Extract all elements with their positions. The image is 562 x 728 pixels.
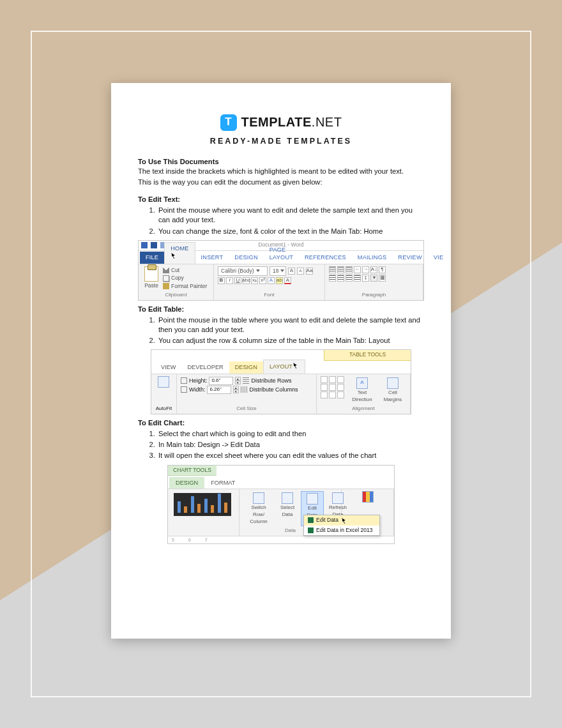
font-color-button[interactable]: A	[284, 277, 291, 284]
cut-button[interactable]: Cut	[163, 267, 207, 274]
text-direction-button[interactable]: A Text Direction	[347, 376, 377, 405]
cell-margins-label: Cell Margins	[382, 390, 404, 404]
menu-item-edit-data[interactable]: Edit Data	[304, 515, 379, 525]
distribute-cols-button[interactable]: Distribute Columns	[249, 386, 298, 393]
width-stepper[interactable]: ▴▾	[233, 386, 239, 393]
superscript-button[interactable]: x²	[259, 277, 266, 284]
switch-row-col-button[interactable]: Switch Row/ Column	[243, 491, 274, 526]
increase-indent-button[interactable]: →	[362, 266, 369, 273]
align-cell-icon[interactable]	[337, 391, 344, 398]
underline-button[interactable]: U	[234, 277, 241, 284]
tab-table-design[interactable]: DESIGN	[229, 361, 263, 373]
align-right-button[interactable]	[346, 275, 353, 282]
tab-file[interactable]: FILE	[140, 252, 164, 263]
text-direction-icon: A	[356, 377, 368, 389]
width-input[interactable]: 6.26"	[207, 386, 231, 394]
tab-table-layout[interactable]: LAYOUT	[263, 360, 305, 373]
bullets-button[interactable]	[329, 266, 336, 273]
borders-button[interactable]: ▦	[379, 275, 386, 282]
list-item: Point the mouse where you want to edit a…	[157, 206, 424, 225]
tab-developer[interactable]: DEVELOPER	[181, 361, 229, 373]
ribbon-tabs: DESIGN FORMAT	[168, 476, 394, 489]
align-center-button[interactable]	[337, 275, 344, 282]
tab-chart-design[interactable]: DESIGN	[169, 477, 204, 489]
tab-mailings[interactable]: MAILINGS	[352, 252, 393, 263]
tab-home[interactable]: HOME	[164, 242, 195, 264]
select-data-button[interactable]: Select Data	[275, 491, 300, 526]
align-cell-icon[interactable]	[329, 391, 336, 398]
distribute-rows-icon	[243, 377, 249, 384]
align-cell-icon[interactable]	[337, 376, 344, 383]
line-spacing-button[interactable]: ‡	[362, 275, 369, 282]
subscript-button[interactable]: x₂	[251, 277, 258, 284]
ribbon-body: AutoFit Height: 0.6" ▴▾ Distribute Rows …	[151, 374, 411, 414]
edit-text-heading: To Edit Text:	[138, 195, 424, 204]
lines-icon	[346, 267, 352, 273]
list-item: You can adjust the row & column size of …	[157, 336, 424, 345]
grow-font-button[interactable]: A	[288, 268, 295, 275]
tab-insert[interactable]: INSERT	[195, 252, 229, 263]
tab-design[interactable]: DESIGN	[229, 252, 263, 263]
text-direction-label: Text Direction	[350, 390, 374, 404]
highlight-button[interactable]: ab	[276, 277, 283, 284]
align-cell-icon[interactable]	[321, 391, 328, 398]
lines-icon	[354, 275, 360, 281]
chart-styles-gallery[interactable]	[168, 489, 239, 536]
tab-view[interactable]: VIE	[428, 252, 449, 263]
text-effects-button[interactable]: A	[268, 277, 275, 284]
tab-chart-format[interactable]: FORMAT	[204, 477, 241, 489]
decrease-indent-button[interactable]: ←	[354, 266, 361, 273]
autofit-button[interactable]: AutoFit	[151, 374, 177, 414]
paste-button[interactable]: Paste	[142, 266, 160, 291]
bold-button[interactable]: B	[218, 277, 225, 284]
menu-item-edit-excel[interactable]: Edit Data in Excel 2013	[304, 526, 379, 535]
align-cell-icon[interactable]	[329, 384, 336, 391]
align-cell-icon[interactable]	[337, 384, 344, 391]
height-input[interactable]: 0.6"	[209, 377, 233, 385]
tab-references[interactable]: REFERENCES	[299, 252, 352, 263]
shading-button[interactable]: ▾	[370, 275, 377, 282]
group-label: Cell Size	[181, 406, 312, 413]
numbering-button[interactable]	[337, 266, 344, 273]
font-name-select[interactable]: Calibri (Body)	[218, 266, 268, 276]
save-icon[interactable]	[151, 242, 157, 248]
word-app-icon[interactable]	[141, 242, 148, 248]
tab-review[interactable]: REVIEW	[392, 252, 427, 263]
tab-view[interactable]: VIEW	[155, 361, 181, 373]
ribbon-body: Switch Row/ Column Select Data Edit Data…	[168, 489, 394, 536]
sort-button[interactable]: A↓	[370, 266, 377, 273]
list-item: You can change the size, font & color of…	[157, 227, 424, 236]
justify-button[interactable]	[354, 275, 361, 282]
italic-button[interactable]: I	[226, 277, 233, 284]
multilevel-button[interactable]	[346, 266, 353, 273]
ruler-tick: 6	[188, 537, 191, 543]
word-ribbon-table-layout: TABLE TOOLS VIEW DEVELOPER DESIGN LAYOUT…	[151, 349, 411, 414]
copy-button[interactable]: Copy	[163, 275, 207, 282]
font-size-select[interactable]: 18	[270, 266, 286, 276]
tab-layout-label: LAYOUT	[270, 363, 292, 370]
switch-label: Switch Row/ Column	[246, 504, 271, 525]
align-cell-icon[interactable]	[321, 376, 328, 383]
lines-icon	[338, 267, 344, 273]
height-stepper[interactable]: ▴▾	[235, 377, 241, 384]
menu-label: Edit Data in Excel 2013	[316, 527, 372, 534]
cell-margins-button[interactable]: Cell Margins	[379, 376, 406, 405]
align-cell-icon[interactable]	[329, 376, 336, 383]
align-left-button[interactable]	[329, 275, 336, 282]
change-case-button[interactable]: Aa	[306, 268, 313, 275]
cursor-icon	[293, 362, 300, 369]
alignment-grid[interactable]	[321, 376, 345, 398]
format-painter-button[interactable]: Format Painter	[163, 283, 207, 290]
align-cell-icon[interactable]	[321, 384, 328, 391]
edit-table-heading: To Edit Table:	[138, 305, 424, 314]
strike-button[interactable]: abc	[243, 277, 250, 284]
list-item: It will open the excel sheet where you c…	[157, 451, 424, 460]
height-label: Height:	[189, 377, 208, 384]
shrink-font-button[interactable]: A	[297, 268, 304, 275]
edit-data-menu: Edit Data Edit Data in Excel 2013	[303, 515, 380, 536]
lines-icon	[330, 275, 335, 281]
caret-icon	[256, 269, 260, 272]
select-label: Select Data	[278, 504, 297, 519]
distribute-rows-button[interactable]: Distribute Rows	[251, 377, 291, 384]
show-marks-button[interactable]: ¶	[379, 266, 386, 273]
